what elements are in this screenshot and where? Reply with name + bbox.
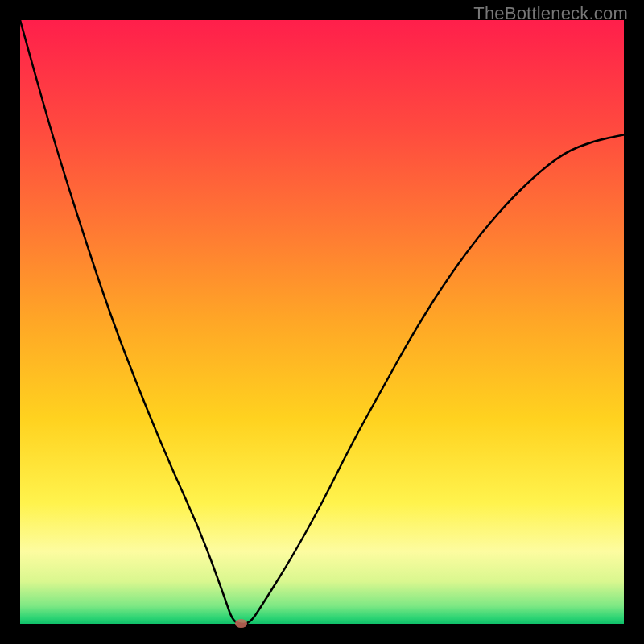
chart-frame: TheBottleneck.com [0, 0, 644, 644]
plot-gradient-background [20, 20, 624, 624]
optimal-point-marker [235, 619, 247, 628]
watermark-label: TheBottleneck.com [473, 3, 628, 24]
